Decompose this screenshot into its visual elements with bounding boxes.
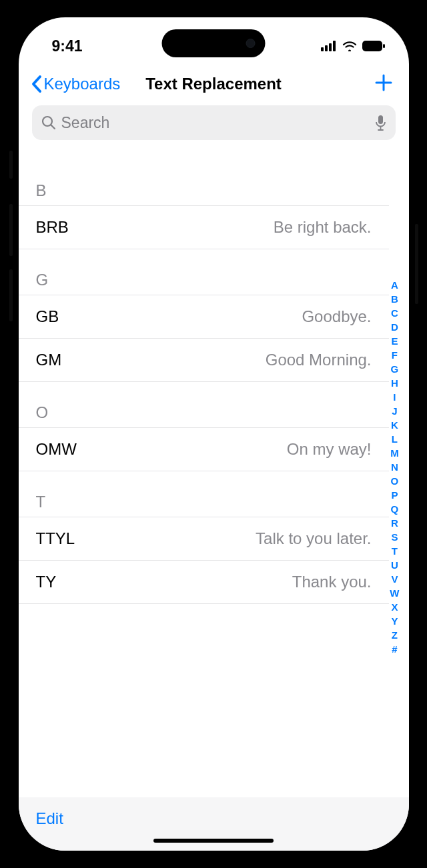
index-letter[interactable]: A — [391, 279, 398, 292]
add-button[interactable] — [374, 73, 393, 95]
cellular-signal-icon — [321, 41, 337, 51]
search-icon — [41, 115, 56, 130]
index-letter[interactable]: F — [392, 349, 398, 362]
section-header: B — [19, 145, 389, 206]
index-letter[interactable]: V — [391, 573, 398, 586]
volume-down-button — [9, 269, 13, 321]
phrase-text: Thank you. — [292, 573, 372, 591]
section-header: G — [19, 249, 389, 295]
list-item[interactable]: GBGoodbye. — [19, 295, 389, 339]
status-icons — [321, 41, 385, 51]
index-letter[interactable]: U — [391, 559, 398, 572]
index-letter[interactable]: W — [390, 587, 399, 600]
index-letter[interactable]: Y — [391, 615, 398, 628]
plus-icon — [374, 73, 393, 92]
index-letter[interactable]: K — [391, 419, 398, 432]
index-letter[interactable]: X — [391, 601, 398, 614]
search-input[interactable] — [61, 114, 370, 132]
volume-up-button — [9, 204, 13, 256]
index-letter[interactable]: B — [391, 293, 398, 306]
index-letter[interactable]: G — [391, 363, 399, 376]
index-letter[interactable]: O — [391, 475, 399, 488]
svg-rect-4 — [362, 41, 382, 51]
index-letter[interactable]: P — [391, 489, 398, 502]
section-index-bar[interactable]: ABCDEFGHIJKLMNOPQRSTUVWXYZ# — [390, 279, 399, 656]
edit-button[interactable]: Edit — [36, 809, 63, 827]
index-letter[interactable]: Z — [392, 629, 398, 642]
svg-line-7 — [51, 125, 55, 129]
index-letter[interactable]: L — [392, 433, 398, 446]
list-item[interactable]: OMWOn my way! — [19, 428, 389, 471]
phone-screen: 9:41 — [19, 17, 409, 851]
section-header: T — [19, 471, 389, 517]
shortcut-text: GB — [36, 307, 59, 326]
phrase-text: Be right back. — [274, 218, 372, 237]
index-letter[interactable]: T — [392, 545, 398, 558]
index-letter[interactable]: Q — [391, 503, 399, 516]
back-label: Keyboards — [44, 75, 121, 93]
index-letter[interactable]: S — [391, 531, 398, 544]
status-time: 9:41 — [52, 37, 83, 55]
list-item[interactable]: TTYLTalk to you later. — [19, 517, 389, 561]
search-bar[interactable] — [32, 105, 396, 140]
index-letter[interactable]: C — [391, 307, 398, 320]
index-letter[interactable]: # — [392, 643, 397, 656]
index-letter[interactable]: J — [392, 405, 397, 418]
battery-icon — [362, 41, 385, 51]
shortcut-text: TY — [36, 573, 57, 591]
shortcut-text: BRB — [36, 218, 69, 237]
power-button — [415, 224, 418, 304]
index-letter[interactable]: M — [390, 447, 399, 460]
list-item[interactable]: BRBBe right back. — [19, 206, 389, 249]
phone-frame: 9:41 — [12, 11, 416, 857]
svg-rect-2 — [329, 43, 332, 51]
back-button[interactable]: Keyboards — [31, 75, 121, 93]
list-item[interactable]: GMGood Morning. — [19, 339, 389, 382]
replacement-list[interactable]: BBRBBe right back.GGBGoodbye.GMGood Morn… — [19, 145, 409, 604]
section-header: O — [19, 382, 389, 428]
phrase-text: Goodbye. — [302, 307, 371, 326]
svg-rect-1 — [325, 45, 328, 51]
navigation-bar: Keyboards Text Replacement — [19, 65, 409, 103]
index-letter[interactable]: H — [391, 377, 398, 390]
phrase-text: Good Morning. — [266, 351, 372, 369]
phrase-text: Talk to you later. — [256, 529, 371, 548]
content-area: BBRBBe right back.GGBGoodbye.GMGood Morn… — [19, 145, 409, 797]
home-indicator[interactable] — [153, 839, 274, 843]
microphone-icon[interactable] — [375, 115, 386, 131]
index-letter[interactable]: R — [391, 517, 398, 530]
shortcut-text: TTYL — [36, 529, 75, 548]
front-camera — [246, 39, 256, 48]
index-letter[interactable]: N — [391, 461, 398, 474]
phrase-text: On my way! — [287, 440, 372, 459]
svg-rect-8 — [378, 115, 383, 124]
dynamic-island — [162, 29, 266, 57]
shortcut-text: OMW — [36, 440, 77, 459]
index-letter[interactable]: E — [391, 335, 398, 348]
list-item[interactable]: TYThank you. — [19, 561, 389, 604]
chevron-left-icon — [31, 75, 43, 93]
svg-rect-0 — [321, 47, 324, 51]
page-title: Text Replacement — [145, 75, 282, 93]
bottom-toolbar: Edit — [19, 797, 409, 851]
index-letter[interactable]: D — [391, 321, 398, 334]
svg-rect-3 — [333, 41, 336, 51]
svg-rect-5 — [383, 44, 385, 48]
wifi-icon — [342, 41, 357, 51]
silence-switch — [9, 151, 13, 179]
search-container — [32, 105, 396, 140]
index-letter[interactable]: I — [393, 391, 396, 404]
shortcut-text: GM — [36, 351, 62, 369]
